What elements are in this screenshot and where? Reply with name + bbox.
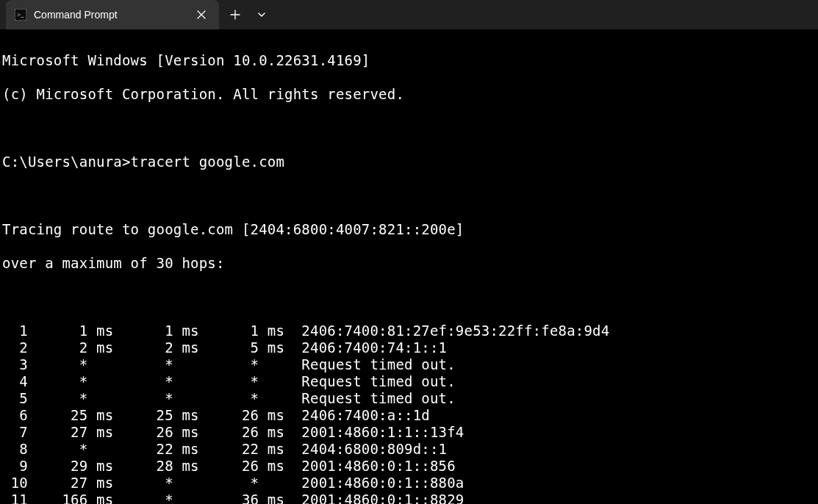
trace-header: over a maximum of 30 hops: [2,255,814,272]
hop-row: 6 25 ms 25 ms 26 ms 2406:7400:a::1d [2,407,814,424]
trace-header: Tracing route to google.com [2404:6800:4… [2,221,814,238]
prompt-path: C:\Users\anura> [2,154,131,170]
prompt-line: C:\Users\anura>tracert google.com [2,154,814,170]
hop-row: 1 1 ms 1 ms 1 ms 2406:7400:81:27ef:9e53:… [2,323,814,339]
hop-row: 4 * * * Request timed out. [2,373,814,390]
new-tab-button[interactable] [222,1,248,28]
tab-command-prompt[interactable]: >_ Command Prompt [6,0,219,29]
blank-line [2,289,814,306]
hop-row: 8 * 22 ms 22 ms 2404:6800:809d::1 [2,441,814,458]
banner-line: (c) Microsoft Corporation. All rights re… [2,86,814,103]
titlebar: >_ Command Prompt [0,0,818,29]
tab-dropdown-button[interactable] [248,1,275,28]
titlebar-actions [222,0,275,29]
prompt-command: tracert google.com [131,154,285,170]
hop-row: 2 2 ms 2 ms 5 ms 2406:7400:74:1::1 [2,339,814,356]
tab-close-button[interactable] [193,6,210,24]
terminal-output[interactable]: Microsoft Windows [Version 10.0.22631.41… [0,29,818,504]
blank-line [2,120,814,137]
blank-line [2,187,814,204]
terminal-window: >_ Command Prompt Microsoft Windows [Ver… [0,0,818,504]
hop-row: 3 * * * Request timed out. [2,356,814,373]
hop-row: 9 29 ms 28 ms 26 ms 2001:4860:0:1::856 [2,458,814,475]
hop-row: 5 * * * Request timed out. [2,390,814,407]
tab-title: Command Prompt [34,9,193,21]
cmd-icon: >_ [15,9,26,21]
svg-text:>_: >_ [17,11,24,18]
banner-line: Microsoft Windows [Version 10.0.22631.41… [2,52,814,69]
hop-row: 10 27 ms * * 2001:4860:0:1::880a [2,475,814,492]
hop-row: 7 27 ms 26 ms 26 ms 2001:4860:1:1::13f4 [2,424,814,441]
hop-row: 11 166 ms * 36 ms 2001:4860:0:1::8829 [2,492,814,504]
